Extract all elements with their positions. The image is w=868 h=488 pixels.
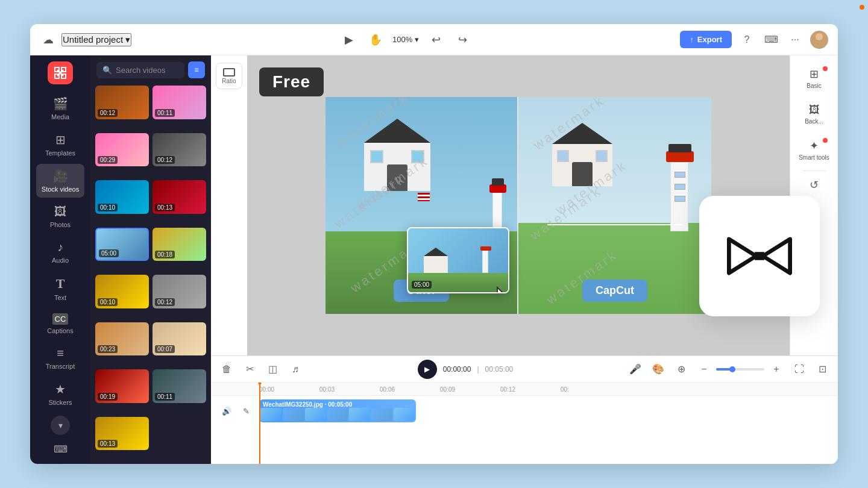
frame-6 <box>371 408 392 421</box>
play-mode-btn[interactable]: ▶ <box>339 30 359 49</box>
media-icon: 🎬 <box>53 96 68 111</box>
frame-3 <box>305 408 326 421</box>
tl-deframe-btn[interactable]: ◫ <box>264 361 281 378</box>
svg-point-0 <box>816 33 823 40</box>
export-button[interactable]: ↑ Export <box>680 31 732 48</box>
tl-split-btn[interactable]: ✂ <box>241 361 258 378</box>
tl-play-btn[interactable]: ▶ <box>418 360 437 379</box>
sidebar-item-transcript[interactable]: ≡ Transcript <box>36 342 84 375</box>
sidebar-item-photos[interactable]: 🖼 Photos <box>36 200 84 233</box>
tl-delete-btn[interactable]: 🗑 <box>218 361 235 378</box>
duration-12: 00:07 <box>155 345 175 353</box>
sidebar-label-media: Media <box>51 113 69 120</box>
tl-mic-btn[interactable]: 🎤 <box>627 361 644 378</box>
media-thumb-6[interactable]: 00:13 <box>153 180 206 214</box>
avatar[interactable] <box>810 31 828 49</box>
duration-1: 00:12 <box>98 109 118 117</box>
zoom-control[interactable]: 100% ▾ <box>392 35 419 44</box>
project-dropdown-icon: ▾ <box>125 34 130 45</box>
media-thumb-12[interactable]: 00:07 <box>153 322 206 356</box>
sidebar-item-captions[interactable]: CC Captions <box>36 308 84 339</box>
media-thumb-4[interactable]: 00:12 <box>153 133 206 167</box>
rp-smart-tools[interactable]: ✦ Smart tools <box>795 134 834 166</box>
sidebar-more-btn[interactable]: ▾ <box>51 416 70 435</box>
media-thumb-2[interactable]: 00:11 <box>153 86 206 119</box>
frame-5 <box>349 408 370 421</box>
search-input[interactable] <box>116 66 178 75</box>
hand-tool-btn[interactable]: ✋ <box>366 30 385 49</box>
more-btn[interactable]: ··· <box>786 31 804 49</box>
media-thumb-11[interactable]: 00:23 <box>95 322 149 356</box>
capcut-logo-svg <box>717 229 802 283</box>
media-thumb-13[interactable]: 00:19 <box>95 369 149 403</box>
filter-btn[interactable]: ≡ <box>188 61 205 78</box>
ratio-label: Ratio <box>222 78 236 84</box>
media-thumb-10[interactable]: 00:12 <box>153 275 206 308</box>
left-sidebar: 🎬 Media ⊞ Templates 🎥 Stock videos 🖼 Pho… <box>30 55 90 464</box>
background-label: Back... <box>805 118 823 125</box>
text-icon: T <box>56 276 65 292</box>
sidebar-item-stickers[interactable]: ★ Stickers <box>36 377 84 411</box>
layout-btn[interactable]: ⊡ <box>814 361 831 378</box>
frame-2 <box>283 408 304 421</box>
undo-btn[interactable]: ↩ <box>426 30 445 49</box>
media-thumb-15[interactable]: 00:13 <box>95 417 149 451</box>
keyboard-btn[interactable]: ⌨ <box>762 31 780 49</box>
templates-icon: ⊞ <box>55 133 66 147</box>
track-volume-btn[interactable]: 🔊 <box>218 402 235 419</box>
transcript-icon: ≡ <box>57 346 64 360</box>
media-thumb-5[interactable]: 00:10 <box>95 180 149 214</box>
duration-15: 00:13 <box>98 440 118 448</box>
tl-time-total: 00:05:00 <box>485 365 514 374</box>
zoom-row: − + <box>696 361 785 378</box>
duration-3: 00:29 <box>98 156 118 164</box>
sidebar-item-templates[interactable]: ⊞ Templates <box>36 128 84 161</box>
media-thumb-14[interactable]: 00:11 <box>153 369 206 403</box>
fullscreen-btn[interactable]: ⛶ <box>791 361 808 378</box>
zoom-in-btn[interactable]: + <box>768 361 785 378</box>
zoom-out-btn[interactable]: − <box>696 361 712 378</box>
redo-btn[interactable]: ↪ <box>453 30 472 49</box>
media-panel: 🔍 ≡ 00:12 00:11 00:29 0 <box>90 55 211 464</box>
media-thumb-8[interactable]: 00:18 <box>153 228 206 261</box>
tl-audiomix-btn[interactable]: ⊕ <box>673 361 690 378</box>
rp-divider <box>802 170 826 171</box>
project-name-btn[interactable]: Untitled project ▾ <box>61 33 131 46</box>
sidebar-item-stock-videos[interactable]: 🎥 Stock videos <box>36 164 84 198</box>
ratio-button[interactable]: Ratio <box>216 63 242 89</box>
timeline-playhead <box>259 383 260 464</box>
media-thumb-9[interactable]: 00:10 <box>95 275 149 308</box>
timeline-ruler: 00:00 00:03 00:06 00:09 00:12 00: <box>211 383 838 396</box>
captions-icon: CC <box>52 313 69 325</box>
top-bar-left: ☁ Untitled project ▾ <box>40 31 131 48</box>
sidebar-item-audio[interactable]: ♪ Audio <box>36 236 84 269</box>
rp-background[interactable]: 🖼 Back... <box>795 99 834 130</box>
help-btn[interactable]: ? <box>738 31 756 49</box>
sidebar-label-text: Text <box>54 294 66 301</box>
undo-btn-rp[interactable]: ↺ <box>805 176 823 194</box>
tl-audio-btn[interactable]: ♬ <box>287 361 304 378</box>
frame-7 <box>394 408 415 421</box>
timeline-track-area: 00:00 00:03 00:06 00:09 00:12 00: <box>211 383 838 464</box>
sidebar-item-media[interactable]: 🎬 Media <box>36 92 84 125</box>
timeline-toolbar: 🗑 ✂ ◫ ♬ ▶ 00:00:00 | 00:05:00 🎤 🎨 ⊕ − <box>211 356 838 383</box>
sidebar-item-text[interactable]: T Text <box>36 271 84 306</box>
duration-6: 00:13 <box>155 204 175 211</box>
rp-basic[interactable]: ⊞ Basic <box>795 63 834 94</box>
tl-filter-btn[interactable]: 🎨 <box>650 361 667 378</box>
search-icon: 🔍 <box>102 66 112 75</box>
media-thumb-3[interactable]: 00:29 <box>95 133 149 167</box>
keyboard-shortcut-btn[interactable]: ⌨ <box>51 440 69 458</box>
stock-videos-icon: 🎥 <box>53 169 68 183</box>
track-controls: 🔊 ✎ <box>211 402 259 419</box>
media-thumb-1[interactable]: 00:12 <box>95 86 149 119</box>
frame-1 <box>260 408 281 421</box>
smart-tools-icon: ✦ <box>810 139 819 152</box>
frame-4 <box>327 408 348 421</box>
track-edit-btn[interactable]: ✎ <box>237 402 254 419</box>
basic-icon: ⊞ <box>810 67 819 81</box>
timeline-area: 🗑 ✂ ◫ ♬ ▶ 00:00:00 | 00:05:00 🎤 🎨 ⊕ − <box>211 355 838 464</box>
media-thumb-7[interactable]: 05:00 <box>95 228 149 261</box>
track-clip-main[interactable]: WechatIMG32250.jpg · 00:05:00 <box>259 399 416 422</box>
export-icon: ↑ <box>690 35 694 44</box>
